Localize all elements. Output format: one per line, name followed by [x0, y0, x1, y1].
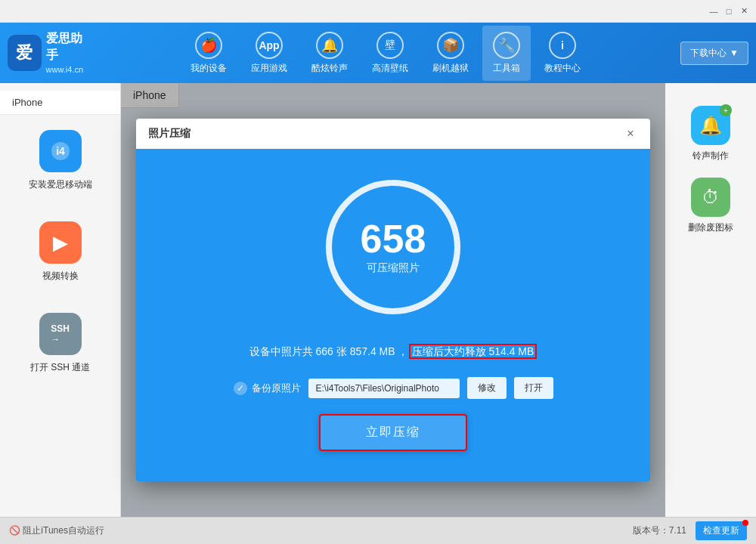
install-app-label: 安装爱思移动端	[29, 178, 92, 191]
modal-close-button[interactable]: ×	[623, 126, 638, 141]
info-text: 设备中照片共 666 张 857.4 MB ，压缩后大约释放 514.4 MB	[166, 345, 620, 359]
nav-label-apps: 应用游戏	[251, 62, 287, 75]
nav-item-ringtones[interactable]: 🔔 酷炫铃声	[301, 26, 358, 81]
maximize-button[interactable]: □	[723, 5, 735, 17]
nav-item-my-device[interactable]: 🍎 我的设备	[180, 26, 237, 81]
sidebar-item-video-convert[interactable]: ▶ 视频转换	[0, 206, 120, 298]
check-icon: ✓	[234, 382, 247, 395]
circle-chart: 658 可压缩照片	[318, 172, 469, 323]
photo-compress-modal: 照片压缩 ×	[136, 119, 650, 481]
check-update-button[interactable]: 检查更新	[696, 521, 747, 540]
logo: 爱 爱思助手 www.i4.cn	[8, 30, 91, 76]
nav-label-my-device: 我的设备	[191, 62, 227, 75]
circle-center: 658 可压缩照片	[361, 219, 426, 275]
sidebar: iPhone i4 安装爱思移动端 ▶ 视频转换 SSH→ 打开 SSH 通道	[0, 83, 121, 517]
backup-form-row: ✓ 备份原照片 修改 打开	[166, 377, 620, 399]
compressible-count: 658	[361, 219, 426, 258]
sidebar-item-ssh[interactable]: SSH→ 打开 SSH 通道	[0, 298, 120, 389]
logo-icon: 爱	[8, 35, 42, 71]
right-item-ringtone[interactable]: 🔔 + 铃声制作	[691, 106, 730, 162]
install-app-icon: i4	[39, 130, 82, 172]
backup-path-input[interactable]	[308, 379, 460, 398]
release-size-highlight: 压缩后大约释放 514.4 MB	[409, 344, 538, 359]
close-button[interactable]: ✕	[738, 5, 750, 17]
ringtone-maker-icon: 🔔 +	[691, 106, 730, 145]
download-center-button[interactable]: 下载中心 ▼	[680, 42, 748, 65]
main-area: iPhone 照片压缩 ×	[121, 83, 665, 517]
modal-body: 658 可压缩照片 设备中照片共 666 张 857.4 MB ，压缩后大约释放…	[136, 149, 650, 481]
nav-item-apps[interactable]: App 应用游戏	[240, 26, 298, 81]
status-right: 版本号：7.11 检查更新	[633, 521, 747, 540]
video-convert-icon: ▶	[39, 221, 82, 264]
open-button[interactable]: 打开	[514, 377, 553, 399]
ssh-label: 打开 SSH 通道	[30, 361, 90, 374]
delete-junk-icon: ⏱	[691, 178, 730, 217]
compress-button[interactable]: 立即压缩	[319, 414, 467, 451]
ringtones-icon: 🔔	[316, 32, 343, 59]
circle-container: 658 可压缩照片	[166, 172, 620, 323]
modal-title: 照片压缩	[148, 127, 191, 141]
svg-text:i4: i4	[56, 145, 65, 157]
tutorials-icon: i	[549, 32, 576, 59]
wallpapers-icon: 壁	[376, 32, 404, 59]
ssh-icon: SSH→	[39, 313, 82, 355]
nav-item-jailbreak[interactable]: 📦 刷机越狱	[422, 26, 479, 81]
modal-header: 照片压缩 ×	[136, 119, 650, 149]
right-sidebar: 🔔 + 铃声制作 ⏱ 删除废图标	[665, 83, 756, 517]
nav-bar: 爱 爱思助手 www.i4.cn 🍎 我的设备 App 应用游戏 🔔 酷炫铃声 …	[0, 23, 756, 83]
update-notification-dot	[742, 520, 748, 526]
right-item-delete-junk[interactable]: ⏱ 删除废图标	[688, 178, 733, 234]
nav-label-jailbreak: 刷机越狱	[432, 62, 469, 75]
apps-icon: App	[256, 32, 283, 59]
nav-right: 下载中心 ▼	[680, 42, 748, 65]
compress-btn-wrap: 立即压缩	[166, 414, 620, 459]
sidebar-item-install-app[interactable]: i4 安装爱思移动端	[0, 115, 120, 206]
delete-junk-label: 删除废图标	[688, 221, 733, 234]
toolbox-icon: 🔧	[493, 32, 520, 59]
content-area: iPhone i4 安装爱思移动端 ▶ 视频转换 SSH→ 打开 SSH 通道 …	[0, 83, 756, 517]
sidebar-tab-iphone[interactable]: iPhone	[0, 91, 120, 115]
nav-label-tutorials: 教程中心	[544, 62, 581, 75]
video-convert-label: 视频转换	[42, 270, 79, 283]
nav-label-toolbox: 工具箱	[493, 62, 520, 75]
nav-items: 🍎 我的设备 App 应用游戏 🔔 酷炫铃声 壁 高清壁纸 📦 刷机越狱 🔧 工…	[91, 26, 680, 81]
nav-item-tutorials[interactable]: i 教程中心	[534, 26, 591, 81]
minimize-button[interactable]: —	[708, 5, 720, 17]
status-bar: 🚫 阻止iTunes自动运行 版本号：7.11 检查更新	[0, 517, 756, 544]
modal-overlay: 照片压缩 ×	[121, 83, 665, 517]
title-bar: — □ ✕	[0, 0, 756, 23]
version-label: 版本号：7.11	[633, 524, 686, 537]
jailbreak-icon: 📦	[437, 32, 464, 59]
nav-label-wallpapers: 高清壁纸	[372, 62, 408, 75]
compressible-label: 可压缩照片	[361, 261, 426, 275]
modify-button[interactable]: 修改	[467, 377, 507, 399]
backup-checkbox-label: ✓ 备份原照片	[234, 382, 301, 395]
my-device-icon: 🍎	[195, 32, 222, 59]
nav-label-ringtones: 酷炫铃声	[311, 62, 348, 75]
itunes-status: 🚫 阻止iTunes自动运行	[9, 524, 104, 537]
logo-text: 爱思助手 www.i4.cn	[46, 30, 91, 76]
ringtone-maker-label: 铃声制作	[692, 150, 729, 162]
nav-item-toolbox[interactable]: 🔧 工具箱	[482, 26, 531, 81]
nav-item-wallpapers[interactable]: 壁 高清壁纸	[361, 26, 419, 81]
